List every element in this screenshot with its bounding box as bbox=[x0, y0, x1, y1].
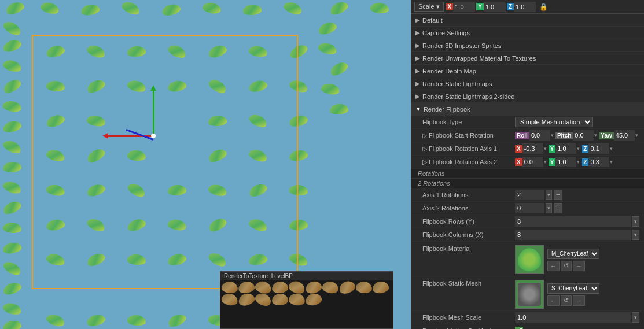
rotations-label: Rotations bbox=[418, 170, 444, 177]
section-render3d-label: Render 3D Imposter Sprites bbox=[422, 42, 501, 49]
arrow-right-icon: ▶ bbox=[415, 42, 420, 49]
preview-thumb bbox=[304, 280, 323, 295]
roll-spin[interactable]: ▾ bbox=[550, 132, 554, 138]
preview-thumb bbox=[337, 279, 356, 295]
section-static[interactable]: ▶ Render Static Lightmaps bbox=[411, 77, 644, 90]
material-search[interactable]: ↺ bbox=[561, 261, 572, 271]
arrow-right-icon: ▶ bbox=[415, 93, 420, 99]
axis1-y-spin[interactable]: ▾ bbox=[576, 146, 580, 151]
section-capture[interactable]: ▶ Capture Settings bbox=[411, 27, 644, 39]
flipbook-cols-input[interactable] bbox=[515, 230, 631, 240]
rotations-sub-header: 2 Rotations bbox=[411, 179, 644, 188]
pitch-spin[interactable]: ▾ bbox=[594, 132, 598, 138]
leaf-sprite bbox=[2, 58, 23, 73]
flipbook-cols-value: ▾ bbox=[515, 230, 639, 240]
axis2-y-field: Y ▾ bbox=[549, 157, 581, 167]
flipbook-material-row: Flipbook Material M_CherryLeaf_02 ← ↺ → bbox=[411, 242, 644, 276]
arrow-right-icon: ▶ bbox=[415, 55, 420, 61]
axis1-rot-input[interactable] bbox=[515, 190, 544, 200]
axis1-x-spin[interactable]: ▾ bbox=[543, 146, 547, 151]
preview-thumb bbox=[321, 280, 339, 295]
preview-panel: RenderToTexture_LevelBP bbox=[220, 271, 393, 329]
axis1-y-field: Y ▾ bbox=[549, 143, 581, 154]
preview-motion-checkbox[interactable] bbox=[515, 327, 523, 330]
pitch-input[interactable] bbox=[573, 130, 594, 141]
y-axis-arrow bbox=[153, 90, 154, 136]
leaf-sprite bbox=[45, 312, 66, 328]
axis2-rot-input[interactable] bbox=[515, 203, 544, 213]
material-select[interactable]: M_CherryLeaf_02 bbox=[547, 249, 599, 259]
axis1-z-spin[interactable]: ▾ bbox=[609, 146, 613, 151]
flipbook-cols-label: Flipbook Columns (X) bbox=[422, 231, 515, 238]
section-unwrapped[interactable]: ▶ Render Unwrapped Material To Textures bbox=[411, 52, 644, 65]
section-depth[interactable]: ▶ Render Depth Map bbox=[411, 65, 644, 77]
leaf-sprite bbox=[39, 1, 60, 16]
axis2-z-label: Z bbox=[582, 158, 588, 166]
axis2-x-input[interactable] bbox=[522, 157, 543, 167]
section-default[interactable]: ▶ Default bbox=[411, 14, 644, 27]
axis2-z-input[interactable] bbox=[588, 157, 609, 167]
leaf-sprite bbox=[321, 82, 341, 95]
preview-thumb bbox=[355, 281, 373, 294]
rows-spin[interactable]: ▾ bbox=[632, 216, 639, 227]
flipbook-cols-row: Flipbook Columns (X) ▾ bbox=[411, 228, 644, 242]
mesh-scale-spin[interactable]: ▾ bbox=[632, 312, 639, 323]
axis1-rot-spin[interactable]: ▾ bbox=[546, 190, 552, 200]
axis2-rot-spin[interactable]: ▾ bbox=[546, 203, 552, 213]
axis1-y-label: Y bbox=[549, 145, 556, 153]
mesh-select[interactable]: S_CherryLeaf_01_Med bbox=[547, 283, 599, 294]
axis2-fields: X ▾ Y ▾ Z ▾ bbox=[515, 157, 613, 167]
axis2-z-spin[interactable]: ▾ bbox=[609, 159, 613, 165]
roll-input[interactable] bbox=[529, 130, 550, 141]
yaw-spin[interactable]: ▾ bbox=[635, 132, 639, 138]
flipbook-axis1-label: ▷ Flipbook Rotation Axis 1 bbox=[422, 145, 515, 153]
axis1-z-field: Z ▾ bbox=[582, 143, 613, 154]
scale-dropdown[interactable]: Scale ▾ bbox=[414, 2, 444, 12]
material-arrow-left[interactable]: ← bbox=[547, 261, 560, 271]
mesh-arrow-left[interactable]: ← bbox=[547, 295, 560, 306]
axis2-y-input[interactable] bbox=[555, 157, 576, 167]
preview-thumb bbox=[304, 292, 323, 306]
flipbook-type-select[interactable]: Simple Mesh rotation bbox=[515, 117, 593, 127]
material-goto[interactable]: → bbox=[573, 261, 585, 271]
axis1-z-label: Z bbox=[582, 145, 588, 153]
preview-thumb bbox=[237, 291, 256, 308]
preview-content bbox=[220, 280, 393, 306]
flipbook-rows-input[interactable] bbox=[515, 216, 631, 227]
arrow-right-icon: ▶ bbox=[415, 68, 420, 74]
axis2-y-spin[interactable]: ▾ bbox=[576, 159, 580, 165]
axis1-rot-plus[interactable]: + bbox=[554, 190, 562, 200]
leaf-sprite bbox=[5, 0, 25, 16]
scale-x-field: X bbox=[446, 2, 476, 12]
mesh-icon-buttons: ← ↺ → bbox=[547, 295, 599, 306]
section-static2[interactable]: ▶ Render Static Lightmaps 2-sided bbox=[411, 90, 644, 103]
axis1-x-input[interactable] bbox=[522, 143, 543, 154]
scale-y-input[interactable] bbox=[484, 2, 506, 12]
preview-thumb bbox=[288, 293, 306, 306]
mesh-goto[interactable]: → bbox=[573, 295, 585, 306]
scale-x-input[interactable] bbox=[453, 2, 475, 12]
axis2-z-field: Z ▾ bbox=[582, 157, 613, 167]
arrow-right-icon: ▶ bbox=[415, 29, 420, 36]
axis2-rotations-value: ▾ + bbox=[515, 203, 639, 213]
axis2-rotations-row: Axis 2 Rotations ▾ + bbox=[411, 202, 644, 215]
section-flipbook[interactable]: ▼ Render Flipbook bbox=[411, 103, 644, 116]
leaf-sprite bbox=[2, 259, 23, 278]
scale-z-input[interactable] bbox=[514, 2, 536, 12]
axis1-rotations-value: ▾ + bbox=[515, 190, 639, 200]
mesh-search[interactable]: ↺ bbox=[561, 295, 572, 306]
section-default-label: Default bbox=[422, 17, 443, 24]
yaw-input[interactable] bbox=[614, 130, 635, 141]
axis1-y-input[interactable] bbox=[555, 143, 576, 154]
section-render3d[interactable]: ▶ Render 3D Imposter Sprites bbox=[411, 39, 644, 52]
mesh-thumb-area: S_CherryLeaf_01_Med ← ↺ → bbox=[515, 280, 599, 309]
flipbook-material-label: Flipbook Material bbox=[422, 245, 515, 252]
cols-spin[interactable]: ▾ bbox=[632, 230, 639, 240]
flipbook-mesh-scale-input[interactable] bbox=[515, 312, 631, 323]
axis1-z-input[interactable] bbox=[588, 143, 609, 154]
axis2-rot-plus[interactable]: + bbox=[554, 203, 562, 213]
axis2-x-spin[interactable]: ▾ bbox=[543, 159, 547, 165]
yaw-field: Yaw ▾ bbox=[599, 130, 638, 141]
gizmo-center bbox=[151, 134, 156, 138]
leaf-sprite bbox=[80, 3, 101, 16]
